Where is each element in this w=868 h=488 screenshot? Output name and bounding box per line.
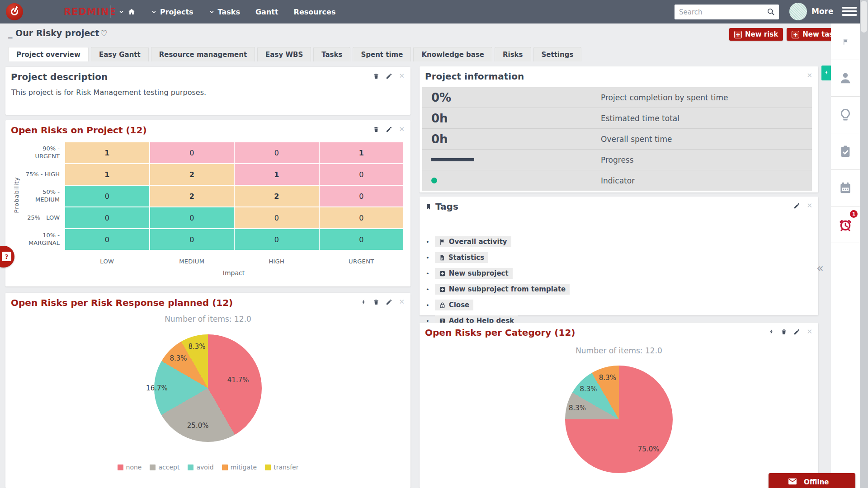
close-icon[interactable]: ✕: [399, 126, 405, 133]
chevron-down-icon: [151, 9, 157, 15]
legend-item-accept[interactable]: accept: [150, 464, 179, 471]
more-menu[interactable]: More: [811, 7, 834, 16]
sidebar-item-lightbulb[interactable]: [831, 97, 860, 133]
scrollbar-thumb[interactable]: [861, 1, 867, 33]
matrix-cell[interactable]: 1: [320, 142, 404, 163]
sidebar-item-alarm-clock[interactable]: 1: [831, 206, 860, 243]
quick-pin-button[interactable]: [821, 66, 831, 80]
pin-lightning-icon[interactable]: [361, 299, 367, 305]
new-risk-button[interactable]: +New risk: [729, 28, 783, 41]
info-row-indicator: Indicator: [422, 170, 812, 191]
edit-pencil-icon[interactable]: [386, 126, 392, 133]
info-row-estimated-time-total: 0hEstimated time total: [422, 108, 812, 129]
legend-item-avoid[interactable]: avoid: [188, 464, 213, 471]
category-pie-chart[interactable]: 75.0%8.3%8.3%8.3%: [565, 366, 673, 473]
legend-item-transfer[interactable]: transfer: [265, 464, 298, 471]
tag-new-subproject[interactable]: New subproject: [435, 268, 513, 279]
matrix-cell[interactable]: 0: [65, 207, 149, 228]
tab-project-overview[interactable]: Project overview: [8, 47, 89, 61]
tab-spent-time[interactable]: Spent time: [353, 47, 411, 61]
matrix-cell[interactable]: 2: [150, 186, 234, 206]
legend-swatch: [150, 465, 156, 470]
page-scrollbar[interactable]: [860, 0, 868, 488]
trash-icon[interactable]: [781, 328, 787, 335]
matrix-cell[interactable]: 0: [320, 207, 404, 228]
matrix-cell[interactable]: 0: [235, 142, 319, 163]
legend-item-none[interactable]: none: [118, 464, 142, 471]
nav-item-projects[interactable]: Projects: [151, 8, 193, 16]
widget-title: Open Risks per Risk Response planned (12…: [11, 297, 233, 308]
search-icon[interactable]: [766, 7, 775, 18]
avatar[interactable]: [789, 3, 807, 20]
matrix-cell[interactable]: 1: [65, 164, 149, 185]
search-input[interactable]: [675, 5, 779, 19]
nav-item-home[interactable]: [118, 8, 136, 16]
edit-pencil-icon[interactable]: [386, 299, 392, 305]
pie-slice-label: 16.7%: [146, 384, 168, 392]
sidebar-item-calendar[interactable]: [831, 170, 860, 206]
tag-overall-activity[interactable]: Overall activity: [435, 236, 511, 247]
matrix-column-header: HIGH: [235, 254, 319, 265]
matrix-cell[interactable]: 0: [320, 186, 404, 206]
trash-icon[interactable]: [373, 73, 379, 80]
lightning-icon: [824, 69, 829, 77]
matrix-cell[interactable]: 2: [235, 186, 319, 206]
matrix-cell[interactable]: 1: [235, 164, 319, 185]
matrix-x-axis-label: Impact: [64, 269, 403, 277]
nav-item-gantt[interactable]: Gantt: [255, 8, 278, 16]
matrix-cell[interactable]: 0: [235, 229, 319, 250]
envelope-icon: [788, 478, 797, 487]
pie-slice-label: 75.0%: [638, 445, 660, 453]
nav-item-resources[interactable]: Resources: [294, 8, 336, 16]
trash-icon[interactable]: [373, 126, 379, 133]
tab-resource-management[interactable]: Resource management: [151, 47, 255, 61]
matrix-cell[interactable]: 0: [150, 142, 234, 163]
matrix-cell[interactable]: 2: [150, 164, 234, 185]
nav-item-tasks[interactable]: Tasks: [209, 8, 240, 16]
trash-icon[interactable]: [373, 299, 379, 305]
close-icon[interactable]: ✕: [807, 72, 812, 79]
tab-easy-gantt[interactable]: Easy Gantt: [91, 47, 149, 61]
close-icon[interactable]: ✕: [807, 202, 812, 209]
offline-button[interactable]: Offline: [769, 473, 855, 488]
close-icon[interactable]: ✕: [807, 328, 812, 335]
pin-lightning-icon[interactable]: [769, 328, 774, 335]
matrix-cell[interactable]: 0: [150, 207, 234, 228]
sidebar-item-clipboard-check[interactable]: [831, 133, 860, 170]
app-logo[interactable]: [6, 3, 23, 20]
plus-square-icon: [439, 270, 446, 277]
matrix-cell[interactable]: 0: [65, 186, 149, 206]
pie-slice-label: 41.7%: [227, 376, 249, 384]
matrix-cell[interactable]: 0: [150, 229, 234, 250]
tab-risks[interactable]: Risks: [495, 47, 531, 61]
flag-icon: [439, 239, 446, 245]
tag-list-item: New subproject: [426, 268, 570, 279]
matrix-cell[interactable]: 0: [320, 229, 404, 250]
edit-pencil-icon[interactable]: [386, 73, 392, 80]
favorite-heart-icon[interactable]: ♡: [100, 28, 108, 38]
tag-new-subproject-from-template[interactable]: New subproject from template: [435, 284, 570, 295]
tab-settings[interactable]: Settings: [533, 47, 582, 61]
tab-tasks[interactable]: Tasks: [313, 47, 350, 61]
matrix-cell[interactable]: 0: [320, 164, 404, 185]
risk-response-pie-chart[interactable]: 41.7%25.0%16.7%8.3%8.3%: [154, 334, 262, 442]
matrix-cell[interactable]: 1: [65, 142, 149, 163]
tag-label: Overall activity: [449, 238, 507, 246]
matrix-cell[interactable]: 0: [65, 229, 149, 250]
legend-item-mitigate[interactable]: mitigate: [222, 464, 257, 471]
hamburger-icon[interactable]: [842, 7, 857, 17]
close-icon[interactable]: ✕: [399, 73, 405, 80]
sidebar-item-person[interactable]: [831, 60, 860, 97]
matrix-cell[interactable]: 0: [235, 207, 319, 228]
collapse-sidebar-chevron[interactable]: «: [816, 261, 824, 275]
brand-wordmark[interactable]: REDMINE: [64, 6, 116, 17]
sidebar-item-flag[interactable]: [831, 23, 860, 60]
tag-statistics[interactable]: Statistics: [435, 252, 488, 263]
edit-pencil-icon[interactable]: [793, 202, 800, 209]
close-icon[interactable]: ✕: [399, 299, 405, 305]
info-label: Project completion by spent time: [601, 93, 728, 102]
edit-pencil-icon[interactable]: [793, 328, 800, 335]
tag-close[interactable]: Close: [435, 300, 474, 310]
tab-easy-wbs[interactable]: Easy WBS: [257, 47, 311, 61]
tab-knowledge-base[interactable]: Knowledge base: [413, 47, 492, 61]
